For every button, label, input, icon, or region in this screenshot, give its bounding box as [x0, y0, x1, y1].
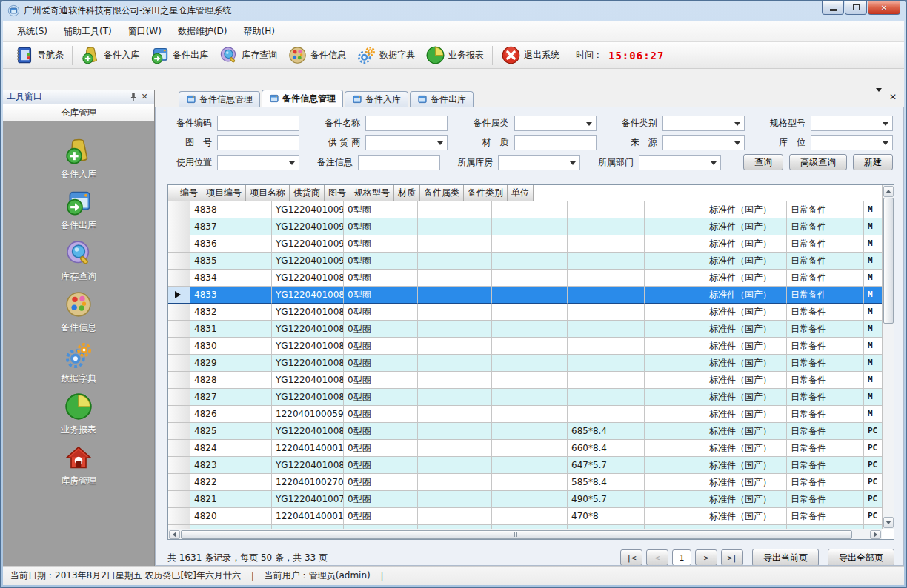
- row-selector-cell[interactable]: [168, 440, 190, 457]
- sidebar-item[interactable]: 业务报表: [3, 392, 154, 443]
- column-header[interactable]: 备件类别: [464, 185, 508, 201]
- pin-icon[interactable]: [128, 92, 139, 102]
- row-selector-cell[interactable]: [168, 235, 190, 253]
- dropdown-库 位[interactable]: [811, 135, 893, 150]
- search-action-button[interactable]: 查询: [743, 154, 783, 170]
- row-selector-cell[interactable]: [168, 287, 190, 304]
- dropdown-使用位置[interactable]: [217, 155, 299, 170]
- column-header[interactable]: 单位: [508, 185, 534, 201]
- scroll-up-button[interactable]: [883, 186, 894, 197]
- toolbar-button[interactable]: 业务报表: [420, 44, 489, 67]
- search-action-button[interactable]: 高级查询: [789, 154, 847, 170]
- toolbar-button[interactable]: 备件出库: [144, 44, 213, 67]
- field-control[interactable]: [514, 135, 597, 150]
- row-selector-cell[interactable]: [168, 491, 190, 508]
- export-all-pages-button[interactable]: 导出全部页: [828, 549, 894, 566]
- table-row[interactable]: 4833 YG12204010088 0型圈 标准件（国产） 日常备件: [168, 287, 882, 304]
- sidebar-item[interactable]: 库房管理: [3, 443, 154, 494]
- column-header[interactable]: 规格型号: [350, 185, 394, 201]
- vertical-scrollbar[interactable]: [882, 185, 894, 529]
- document-tab[interactable]: 备件信息管理: [262, 90, 343, 107]
- tab-close-button[interactable]: ✕: [889, 93, 897, 101]
- document-tab[interactable]: 备件出库: [410, 91, 474, 107]
- table-row[interactable]: 4828 YG12204010083 0型圈 标准件（国产） 日常备件: [168, 372, 882, 389]
- table-row[interactable]: 4837 YG12204010092 0型圈 标准件（国产） 日常备件: [168, 218, 882, 235]
- table-row[interactable]: 4832 YG12204010087 0型圈 标准件（国产） 日常备件: [168, 304, 882, 321]
- row-selector-cell[interactable]: [168, 304, 190, 321]
- toolbar-button[interactable]: 退出系统: [496, 44, 565, 67]
- column-header[interactable]: 备件属类: [420, 185, 464, 201]
- sidebar-item[interactable]: 备件入库: [3, 136, 154, 187]
- table-row[interactable]: 4838 YG12204010093 0型圈 标准件（国产） 日常备件: [168, 201, 882, 218]
- field-control[interactable]: [217, 135, 299, 150]
- dropdown-备件类别[interactable]: [662, 116, 745, 131]
- sidebar-item[interactable]: 库存查询: [3, 238, 154, 290]
- row-selector-cell[interactable]: [168, 474, 190, 491]
- tool-window-close-button[interactable]: ✕: [139, 91, 150, 103]
- dropdown-供 货 商[interactable]: [365, 135, 448, 150]
- toolbar-button[interactable]: 备件入库: [76, 44, 144, 67]
- scroll-left-button[interactable]: [169, 530, 180, 539]
- sidebar-item[interactable]: 备件出库: [3, 187, 154, 238]
- row-selector-cell[interactable]: [168, 389, 190, 406]
- row-selector-cell[interactable]: [168, 406, 190, 423]
- table-row[interactable]: 4827 YG12204010082 0型圈 标准件（国产） 日常备件: [168, 389, 882, 406]
- page-nav-button[interactable]: >: [695, 549, 717, 566]
- field-control[interactable]: [358, 155, 440, 170]
- vertical-scroll-thumb[interactable]: [883, 198, 894, 324]
- table-row[interactable]: 4835 YG12204010090 0型圈 标准件（国产） 日常备件: [168, 253, 882, 270]
- row-selector-cell[interactable]: [168, 253, 190, 270]
- column-header[interactable]: 材质: [394, 185, 420, 201]
- menu-item[interactable]: 系统(S): [9, 21, 56, 41]
- column-header[interactable]: 图号: [325, 185, 350, 201]
- toolbar-button[interactable]: 库存查询: [213, 44, 282, 67]
- table-row[interactable]: 4834 YG12204010089 0型圈 标准件（国产） 日常备件: [168, 270, 882, 287]
- field-control[interactable]: [217, 116, 299, 131]
- row-selector-cell[interactable]: [168, 423, 190, 440]
- menu-item[interactable]: 窗口(W): [120, 21, 170, 41]
- table-row[interactable]: 4824 1220401400012 0型圈 660*8.4 标准件（国产） 日…: [168, 440, 882, 457]
- toolbar-button[interactable]: 导航条: [9, 44, 69, 67]
- table-row[interactable]: 4836 YG12204010091 0型圈 标准件（国产） 日常备件: [168, 235, 882, 253]
- table-row[interactable]: 4829 YG12204010084 0型圈 标准件（国产） 日常备件: [168, 355, 882, 372]
- toolbar-button[interactable]: 备件信息: [282, 44, 351, 67]
- column-header[interactable]: 编号: [176, 185, 202, 201]
- field-control[interactable]: [365, 116, 448, 131]
- table-row[interactable]: 4826 1220401000599 0型圈 标准件（国产） 日常备件: [168, 406, 882, 423]
- table-row[interactable]: 4822 1220401002700 0型圈 585*8.4 标准件（国产） 日…: [168, 474, 882, 491]
- column-header[interactable]: 项目名称: [246, 185, 290, 201]
- row-selector-cell[interactable]: [168, 355, 190, 372]
- export-current-page-button[interactable]: 导出当前页: [752, 549, 819, 566]
- table-row[interactable]: 4831 YG12204010086 0型圈 标准件（国产） 日常备件: [168, 321, 882, 338]
- table-row[interactable]: 4820 1220401400013 0型圈 470*8 标准件（国产） 日常备…: [168, 508, 882, 525]
- row-selector-cell[interactable]: [168, 457, 190, 474]
- table-row[interactable]: 4823 YG12204010080 0型圈 647*5.7 标准件（国产） 日…: [168, 457, 882, 474]
- table-row[interactable]: 4830 YG12204010085 0型圈 标准件（国产） 日常备件: [168, 338, 882, 355]
- toolbar-button[interactable]: 数据字典: [351, 44, 420, 67]
- row-selector-cell[interactable]: [168, 372, 190, 389]
- close-button[interactable]: ✕: [868, 1, 900, 15]
- horizontal-scroll-thumb[interactable]: [181, 530, 852, 539]
- tab-list-dropdown-button[interactable]: [876, 93, 882, 101]
- sidebar-item[interactable]: 数据字典: [3, 341, 154, 392]
- dropdown-所属库房[interactable]: [498, 155, 580, 170]
- row-selector-cell[interactable]: [168, 321, 190, 338]
- maximize-button[interactable]: [845, 1, 867, 15]
- column-header[interactable]: 供货商: [290, 185, 325, 201]
- page-nav-button[interactable]: >|: [721, 549, 743, 566]
- table-row[interactable]: 4825 YG12204010081 0型圈 685*8.4 标准件（国产） 日…: [168, 423, 882, 440]
- dropdown-所属部门[interactable]: [639, 155, 721, 170]
- minimize-button[interactable]: [822, 1, 844, 15]
- row-selector-cell[interactable]: [168, 218, 190, 235]
- sidebar-group-warehouse[interactable]: 仓库管理: [3, 104, 154, 121]
- search-action-button[interactable]: 新建: [853, 154, 893, 170]
- dropdown-备件属类[interactable]: [514, 116, 597, 131]
- page-nav-button[interactable]: |<: [620, 549, 642, 566]
- row-selector-cell[interactable]: [168, 201, 190, 218]
- scroll-right-button[interactable]: [870, 530, 881, 539]
- row-selector-cell[interactable]: [168, 338, 190, 355]
- dropdown-规格型号[interactable]: [811, 116, 893, 131]
- menu-item[interactable]: 数据维护(D): [170, 21, 236, 41]
- horizontal-scrollbar[interactable]: [168, 529, 882, 539]
- column-header[interactable]: [168, 185, 176, 201]
